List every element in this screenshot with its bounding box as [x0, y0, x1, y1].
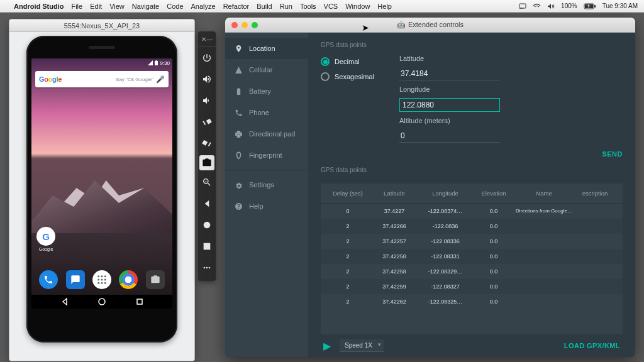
home-button[interactable] — [97, 297, 106, 306]
chrome-icon[interactable] — [119, 270, 138, 289]
recents-button[interactable] — [135, 297, 144, 306]
messages-icon[interactable] — [66, 270, 85, 289]
play-button[interactable]: ▶ — [323, 340, 331, 352]
battery-percent: 100% — [561, 3, 577, 9]
overview-button-tb[interactable] — [198, 236, 216, 257]
settings-icon — [234, 181, 243, 189]
minimize-icon[interactable]: — — [207, 36, 213, 43]
close-window-button[interactable] — [231, 22, 238, 28]
volume-down-button[interactable] — [198, 90, 216, 111]
table-body[interactable]: 037.4227-122.08374…0.0Directions from Go… — [321, 204, 623, 309]
menu-file[interactable]: File — [71, 3, 82, 10]
screencast-icon[interactable] — [519, 3, 526, 9]
wifi-icon[interactable] — [533, 3, 541, 9]
svg-point-14 — [104, 282, 106, 284]
longitude-label: Longitude — [399, 85, 623, 93]
table-row[interactable]: 037.4227-122.08374…0.0Directions from Go… — [321, 204, 623, 219]
android-navbar — [31, 295, 172, 309]
svg-rect-16 — [137, 299, 142, 304]
menu-refactor[interactable]: Refactor — [223, 3, 250, 10]
svg-point-13 — [101, 282, 103, 284]
svg-point-8 — [104, 275, 106, 277]
battery-icon[interactable] — [584, 3, 596, 9]
emulator-title: 5554:Nexus_5X_API_23 — [9, 19, 194, 32]
back-button[interactable] — [60, 297, 69, 306]
menu-analyze[interactable]: Analyze — [191, 3, 216, 10]
app-name[interactable]: Android Studio — [14, 3, 64, 10]
radio-dot-icon — [321, 72, 330, 81]
android-statusbar: 9:30 — [31, 58, 172, 67]
svg-point-11 — [104, 279, 106, 281]
app-drawer-icon[interactable] — [92, 270, 111, 289]
sidebar-item-phone[interactable]: Phone — [225, 102, 308, 123]
location-icon — [234, 45, 243, 53]
table-row[interactable]: 237.42259-122.083270.0 — [321, 279, 623, 294]
radio-sexagesimal[interactable]: Sexagesimal — [321, 72, 374, 81]
sidebar-item-battery[interactable]: Battery — [225, 80, 308, 102]
table-row[interactable]: 237.42258-122.08329…0.0 — [321, 264, 623, 279]
svg-rect-5 — [156, 60, 157, 61]
zoom-window-button[interactable] — [252, 22, 258, 28]
rotate-left-button[interactable] — [198, 111, 216, 133]
back-button-tb[interactable] — [198, 193, 216, 214]
svg-point-7 — [101, 275, 103, 277]
table-header: Delay (sec) Latitude Longitude Elevation… — [321, 184, 623, 204]
menu-window[interactable]: Window — [345, 3, 370, 10]
android-clock: 9:30 — [160, 60, 170, 66]
svg-point-9 — [97, 279, 99, 281]
svg-rect-4 — [155, 61, 158, 65]
zoom-button[interactable] — [198, 172, 216, 193]
more-button[interactable] — [198, 257, 216, 278]
sidebar-item-settings[interactable]: Settings — [225, 174, 308, 195]
android-icon: 🤖 — [397, 21, 406, 28]
battery-icon — [154, 60, 158, 65]
sidebar-item-help[interactable]: Help — [225, 195, 308, 217]
clock[interactable]: Tue 9:30 AM — [602, 3, 638, 9]
latitude-input[interactable] — [399, 67, 500, 80]
power-button[interactable] — [198, 47, 216, 69]
altitude-input[interactable] — [399, 129, 500, 143]
speed-select[interactable]: Speed 1X — [340, 339, 384, 352]
mic-icon[interactable]: 🎤 — [156, 75, 165, 84]
rotate-right-button[interactable] — [198, 133, 216, 154]
load-gpx-button[interactable]: LOAD GPX/KML — [564, 342, 620, 349]
menu-tools[interactable]: Tools — [300, 3, 316, 10]
table-row[interactable]: 237.42257-122.083360.0 — [321, 234, 623, 249]
menu-build[interactable]: Build — [257, 3, 272, 10]
home-button-tb[interactable] — [198, 214, 216, 236]
menu-navigate[interactable]: Navigate — [132, 3, 159, 10]
menu-code[interactable]: Code — [167, 3, 183, 10]
menu-help[interactable]: Help — [377, 3, 392, 10]
screenshot-button[interactable] — [199, 155, 214, 170]
menu-edit[interactable]: Edit — [90, 3, 102, 10]
phone-frame: 9:30 Google Say "Ok Google" 🎤 G Google — [26, 36, 177, 343]
svg-point-15 — [99, 299, 105, 305]
sidebar-item-directional-pad[interactable]: Directional pad — [225, 123, 308, 145]
radio-decimal[interactable]: Decimal — [321, 57, 374, 66]
cellular-icon — [234, 66, 243, 74]
google-search-bar[interactable]: Google Say "Ok Google" 🎤 — [35, 71, 169, 87]
dialer-icon[interactable] — [39, 270, 58, 289]
sidebar-item-fingerprint[interactable]: Fingerprint — [225, 145, 308, 166]
window-titlebar[interactable]: 🤖Extended controls — [225, 18, 635, 33]
longitude-input[interactable] — [399, 98, 500, 112]
svg-rect-18 — [204, 243, 209, 249]
volume-icon[interactable] — [547, 3, 555, 9]
volume-up-button[interactable] — [198, 69, 216, 90]
sidebar-item-cellular[interactable]: Cellular — [225, 59, 308, 80]
send-button[interactable]: SEND — [602, 150, 623, 158]
emulator-window: 5554:Nexus_5X_API_23 9:30 Google Say "Ok… — [9, 19, 195, 361]
camera-icon[interactable] — [146, 270, 165, 289]
google-app-icon[interactable]: G Google — [36, 227, 55, 251]
sidebar-item-location[interactable]: Location — [225, 38, 308, 59]
table-row[interactable]: 237.42258-122.083310.0 — [321, 249, 623, 264]
minimize-window-button[interactable] — [242, 22, 248, 28]
phone-screen[interactable]: 9:30 Google Say "Ok Google" 🎤 G Google — [31, 58, 172, 309]
menu-vcs[interactable]: VCS — [324, 3, 338, 10]
finger-icon — [234, 151, 243, 160]
menu-run[interactable]: Run — [280, 3, 292, 10]
close-icon[interactable]: ✕ — [201, 36, 206, 43]
table-row[interactable]: 237.42266-122.08360.0 — [321, 219, 623, 234]
table-row[interactable]: 237.42262-122.08325…0.0 — [321, 294, 623, 309]
menu-view[interactable]: View — [109, 3, 125, 10]
